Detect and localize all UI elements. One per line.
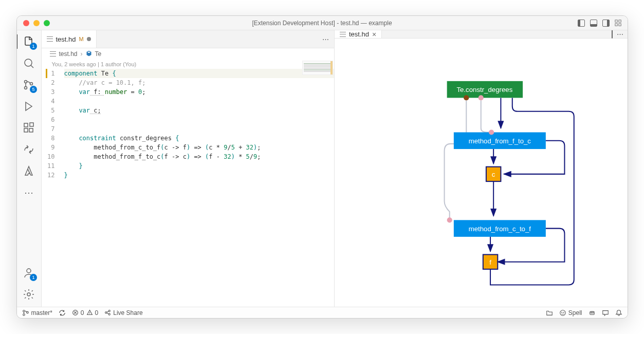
spell-label: Spell [568,309,582,316]
svg-point-16 [489,129,494,135]
customize-layout-icon[interactable] [614,19,622,27]
symbol-icon [86,50,92,58]
svg-rect-10 [29,128,33,132]
code-editor[interactable]: You, 2 weeks ago | 1 author (You) 123456… [42,60,335,307]
breadcrumb-file: test.hd [59,50,78,58]
svg-rect-11 [30,123,33,126]
split-editor-icon[interactable] [612,30,613,38]
window-maximize-button[interactable] [44,20,50,26]
svg-point-18 [23,310,25,312]
tab-filename: test.hd [349,30,369,38]
svg-point-13 [27,293,30,296]
editor-group-right: test.hd × ⋯ Te.constr_ [335,30,628,307]
breadcrumb[interactable]: test.hd › Te [42,48,335,60]
run-debug-icon[interactable] [22,99,36,114]
svg-rect-0 [615,20,617,22]
svg-rect-1 [618,20,620,22]
svg-point-22 [105,312,107,313]
share-icon[interactable] [22,142,36,157]
status-spell[interactable]: Spell [559,309,582,316]
layout-right-icon[interactable] [602,19,610,27]
tab-dirty-icon [87,37,91,41]
tab-test-hd-preview[interactable]: test.hd × [335,30,382,38]
status-liveshare[interactable]: Live Share [104,309,142,316]
extensions-icon[interactable] [22,121,36,135]
svg-point-14 [464,95,469,100]
status-problems[interactable]: 0 0 [72,309,98,316]
svg-point-29 [591,312,592,313]
warning-count: 0 [95,309,99,316]
svg-point-23 [108,310,110,312]
error-count: 0 [81,309,84,316]
file-icon [50,51,56,57]
svg-point-15 [479,95,484,100]
branch-name: master* [31,309,52,316]
azure-icon[interactable] [22,164,36,178]
svg-point-27 [563,312,564,312]
statusbar: master* 0 0 Live Share Spell [17,307,628,318]
tab-more-actions[interactable]: ⋯ [617,30,623,38]
chevron-right-icon: › [81,50,83,58]
svg-point-30 [592,312,593,313]
status-branch[interactable]: master* [22,309,52,316]
node-var-f-label: f [489,258,491,266]
source-control-icon[interactable]: 5 [22,78,36,92]
node-root-label: Te.constr_degrees [456,86,512,94]
code-content[interactable]: component Te { //var c = 10.1, f; var f:… [64,69,335,307]
status-folder-icon[interactable] [546,309,553,316]
window-title: [Extension Development Host] - test.hd —… [252,20,392,27]
status-feedback-icon[interactable] [602,309,609,316]
gutter-decoration [46,69,47,78]
node-var-c-label: c [492,171,495,178]
svg-point-5 [25,81,27,83]
tab-close-icon[interactable]: × [372,31,376,38]
file-icon [340,32,346,37]
search-icon[interactable] [22,56,36,70]
editor-group-left: test.hd M ⋯ test.hd › Te [42,30,335,307]
liveshare-label: Live Share [113,309,142,316]
svg-point-26 [562,312,562,312]
more-icon[interactable]: ⋯ [22,185,36,200]
svg-point-12 [27,269,31,273]
svg-rect-8 [24,123,28,127]
minimap[interactable] [302,61,333,75]
svg-point-19 [23,313,25,315]
tabs-left: test.hd M ⋯ [42,30,335,48]
status-bell-icon[interactable] [615,309,622,316]
node-method2-label: method_from_c_to_f [469,225,531,233]
svg-rect-9 [24,128,28,132]
status-sync-icon[interactable] [59,309,66,316]
svg-point-4 [25,59,32,66]
window-close-button[interactable] [23,20,29,26]
layout-left-icon[interactable] [577,19,585,27]
svg-point-25 [560,310,566,315]
explorer-icon[interactable]: 1 [22,34,36,49]
tabs-right: test.hd × ⋯ [335,30,628,39]
git-blame-annotation: You, 2 weeks ago | 1 author (You) [42,60,137,69]
titlebar: [Extension Development Host] - test.hd —… [17,16,628,30]
window-minimize-button[interactable] [33,20,40,26]
svg-rect-3 [618,23,620,25]
diagram-view[interactable]: Te.constr_degrees method_from_f_to_c [335,39,628,307]
tab-filename: test.hd [56,35,76,43]
activity-bar: 1 5 ⋯ [17,30,42,307]
node-method1-label: method_from_f_to_c [469,137,531,145]
breadcrumb-symbol: Te [95,50,102,58]
settings-gear-icon[interactable] [22,287,36,302]
accounts-icon[interactable]: 1 [22,266,36,280]
status-copilot-icon[interactable] [588,309,596,316]
explorer-badge: 1 [30,43,37,50]
tab-test-hd[interactable]: test.hd M [42,30,97,48]
svg-point-24 [108,313,110,315]
svg-point-17 [447,217,452,222]
file-icon [47,36,53,42]
svg-rect-2 [615,23,617,25]
accounts-badge: 1 [30,274,37,281]
tab-modified-marker: M [79,36,84,42]
tab-more-actions[interactable]: ⋯ [322,35,329,43]
line-numbers: 123456789101112 [42,69,64,307]
scm-badge: 5 [30,86,37,93]
svg-point-6 [25,87,27,89]
layout-bottom-icon[interactable] [590,19,598,27]
